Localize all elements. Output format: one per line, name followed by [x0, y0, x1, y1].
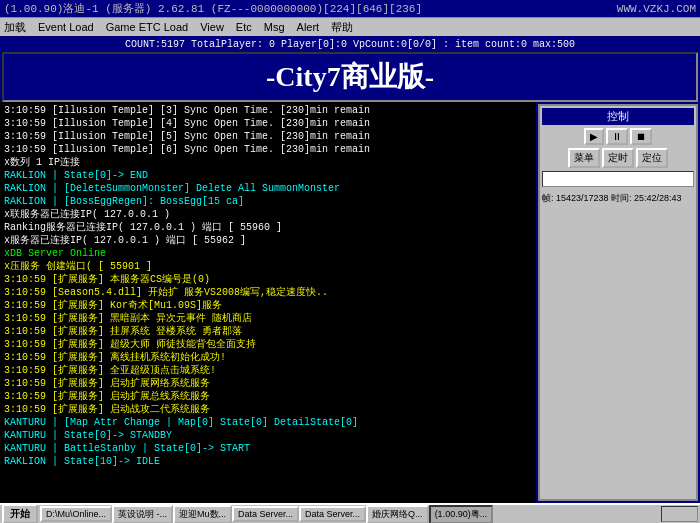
server-title: -City7商业版- — [2, 52, 698, 102]
log-line: 3:10:59 [Illusion Temple] [3] Sync Open … — [4, 104, 532, 117]
tray-time: 25:42 — [666, 509, 693, 519]
stop-button[interactable]: ⏹ — [630, 128, 652, 145]
menu-bar: 加载Event LoadGame ETC LoadViewEtcMsgAlert… — [0, 18, 700, 36]
log-line: KANTURU | State[0]-> STANDBY — [4, 429, 532, 442]
control-panel: 控制 ▶ ⏸ ⏹ 菜单 定时 定位 帧: 15423/17238 时间: 25:… — [538, 104, 698, 501]
log-line: 3:10:59 [扩展服务] 全亚超级顶点击城系统! — [4, 364, 532, 377]
title-bar: (1.00.90)洛迪-1 (服务器) 2.62.81 (FZ---000000… — [0, 0, 700, 18]
taskbar-item[interactable]: (1.00.90)粤... — [429, 505, 494, 524]
control-panel-title: 控制 — [542, 108, 694, 125]
log-line: xDB Server Online — [4, 247, 532, 260]
log-line: 3:10:59 [扩展服务] 离线挂机系统初始化成功! — [4, 351, 532, 364]
log-line: RAKLION | [BossEggRegen]: BossEgg[15 ca] — [4, 195, 532, 208]
menu-item-Etc[interactable]: Etc — [236, 21, 252, 33]
title-bar-left: (1.00.90)洛迪-1 (服务器) 2.62.81 (FZ---000000… — [4, 1, 422, 16]
log-line: x服务器已连接IP( 127.0.0.1 ) 端口 [ 55962 ] — [4, 234, 532, 247]
menu-item-帮助[interactable]: 帮助 — [331, 20, 353, 35]
log-line: 3:10:59 [Illusion Temple] [6] Sync Open … — [4, 143, 532, 156]
menu-button[interactable]: 菜单 — [568, 148, 600, 168]
log-line: 3:10:59 [扩展服务] 黑暗副本 异次元事件 随机商店 — [4, 312, 532, 325]
title-bar-right: WWW.VZKJ.COM — [617, 3, 696, 15]
menu-item-加载[interactable]: 加载 — [4, 20, 26, 35]
control-buttons-row2: 菜单 定时 定位 — [542, 148, 694, 168]
control-buttons-row: ▶ ⏸ ⏹ — [542, 128, 694, 145]
taskbar-item[interactable]: 英设说明 -... — [112, 505, 173, 524]
control-input[interactable] — [542, 171, 694, 187]
log-line: RAKLION | State[10]-> IDLE — [4, 455, 532, 468]
log-line: 3:10:59 [Season5.4.dll] 开始扩 服务VS2008编写,稳… — [4, 286, 532, 299]
log-line: 3:10:59 [扩展服务] 超级大师 师徒技能背包全面支持 — [4, 338, 532, 351]
info-bar: COUNT:5197 TotalPlayer: 0 Player[0]:0 Vp… — [0, 36, 700, 52]
menu-item-Msg[interactable]: Msg — [264, 21, 285, 33]
taskbar-items: D:\Mu\Online...英设说明 -...迎迎Mu数...Data Ser… — [40, 505, 493, 524]
log-line: 3:10:59 [扩展服务] 启动战攻二代系统服务 — [4, 403, 532, 416]
taskbar-item[interactable]: Data Server... — [299, 506, 366, 522]
log-line: 3:10:59 [扩展服务] 挂屏系统 登楼系统 勇者郡落 — [4, 325, 532, 338]
control-status: 帧: 15423/17238 时间: 25:42/28:43 — [542, 192, 694, 205]
menu-item-Game ETC Load[interactable]: Game ETC Load — [106, 21, 189, 33]
log-line: 3:10:59 [扩展服务] 启动扩展网络系统服务 — [4, 377, 532, 390]
start-button[interactable]: 开始 — [2, 504, 38, 523]
log-line: 3:10:59 [扩展服务] 启动扩展总线系统服务 — [4, 390, 532, 403]
log-line: 3:10:59 [Illusion Temple] [5] Sync Open … — [4, 130, 532, 143]
taskbar-item[interactable]: Data Server... — [232, 506, 299, 522]
log-line: RAKLION | [DeleteSummonMonster] Delete A… — [4, 182, 532, 195]
taskbar-item[interactable]: 迎迎Mu数... — [173, 505, 232, 524]
log-line: x联服务器已连接IP( 127.0.0.1 ) — [4, 208, 532, 221]
locate-button[interactable]: 定位 — [636, 148, 668, 168]
log-area: 3:10:59 [Illusion Temple] [3] Sync Open … — [0, 102, 536, 503]
system-tray: 25:42 — [661, 506, 698, 522]
menu-item-View[interactable]: View — [200, 21, 224, 33]
pause-button[interactable]: ⏸ — [606, 128, 628, 145]
log-line: KANTURU | BattleStanby | State[0]-> STAR… — [4, 442, 532, 455]
taskbar-item[interactable]: 婚庆网络Q... — [366, 505, 429, 524]
log-line: x数列 1 IP连接 — [4, 156, 532, 169]
timer-button[interactable]: 定时 — [602, 148, 634, 168]
log-line: x压服务 创建端口( [ 55901 ] — [4, 260, 532, 273]
taskbar: 开始 D:\Mu\Online...英设说明 -...迎迎Mu数...Data … — [0, 503, 700, 523]
menu-item-Event Load[interactable]: Event Load — [38, 21, 94, 33]
log-line: 3:10:59 [扩展服务] Kor奇术[Mu1.09S]服务 — [4, 299, 532, 312]
log-line: KANTURU | [Map Attr Change | Map[0] Stat… — [4, 416, 532, 429]
menu-item-Alert[interactable]: Alert — [297, 21, 320, 33]
log-line: 3:10:59 [Illusion Temple] [4] Sync Open … — [4, 117, 532, 130]
log-line: 3:10:59 [扩展服务] 本服务器CS编号是(0) — [4, 273, 532, 286]
log-line: RAKLION | State[0]-> END — [4, 169, 532, 182]
taskbar-item[interactable]: D:\Mu\Online... — [40, 506, 112, 522]
log-line: Ranking服务器已连接IP( 127.0.0.1 ) 端口 [ 55960 … — [4, 221, 532, 234]
play-button[interactable]: ▶ — [584, 128, 604, 145]
